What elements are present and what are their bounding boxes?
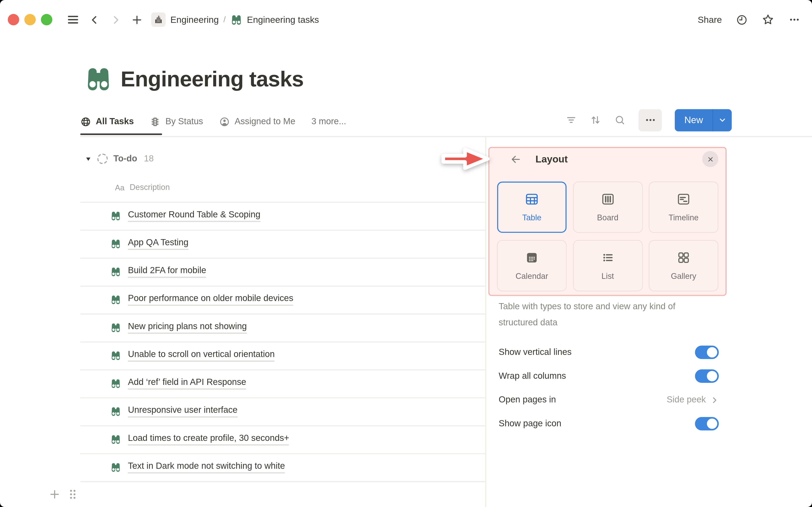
view-tabs: All Tasks By Status Assigned to Me 3 mor… xyxy=(80,110,346,133)
list-layout-icon xyxy=(601,250,615,265)
back-arrow-icon[interactable] xyxy=(510,153,521,165)
row-binoculars-icon xyxy=(110,210,121,221)
table-row[interactable]: Poor performance on older mobile devices xyxy=(110,286,293,314)
new-button-label[interactable]: New xyxy=(675,109,712,131)
table-layout-icon xyxy=(525,192,539,207)
wrap-all-columns-toggle[interactable] xyxy=(695,370,719,383)
filter-icon[interactable] xyxy=(566,114,577,126)
page-binoculars-icon[interactable] xyxy=(84,65,112,93)
new-button[interactable]: New xyxy=(675,109,732,131)
task-title[interactable]: New pricing plans not showing xyxy=(128,321,247,334)
gallery-layout-icon xyxy=(676,250,691,265)
layout-option-timeline[interactable]: Timeline xyxy=(649,182,718,233)
new-dropdown-chevron-icon[interactable] xyxy=(713,109,732,131)
toggle-knob xyxy=(707,371,717,381)
layout-option-board[interactable]: Board xyxy=(573,182,643,233)
zoom-window-button[interactable] xyxy=(41,14,52,25)
table-row[interactable]: Build 2FA for mobile xyxy=(110,258,206,286)
table-row[interactable]: Add ‘ref’ field in API Response xyxy=(110,370,246,397)
search-icon[interactable] xyxy=(614,114,626,126)
breadcrumb: Engineering / Engineering tasks xyxy=(151,12,319,27)
tab-label: Assigned to Me xyxy=(235,116,295,127)
board-layout-icon xyxy=(601,192,615,207)
notion-window: Engineering / Engineering tasks Share En… xyxy=(0,0,812,507)
table-row[interactable]: App QA Testing xyxy=(110,230,189,258)
person-icon xyxy=(219,116,230,127)
topbar-right: Share xyxy=(698,8,801,31)
app-window-stage: Engineering / Engineering tasks Share En… xyxy=(0,0,812,507)
task-title[interactable]: App QA Testing xyxy=(128,237,189,250)
panel-separator-line xyxy=(485,137,486,507)
close-icon[interactable] xyxy=(702,151,718,167)
new-page-icon[interactable] xyxy=(131,14,143,25)
sidebar-menu-icon[interactable] xyxy=(67,13,79,26)
table-row[interactable]: Text in Dark mode not switching to white xyxy=(110,453,285,481)
tab-more-views[interactable]: 3 more... xyxy=(311,116,346,127)
row-binoculars-icon xyxy=(110,406,121,416)
task-title[interactable]: Unable to scroll on vertical orientation xyxy=(128,349,275,362)
group-name[interactable]: To-do xyxy=(113,154,137,164)
breadcrumb-workspace[interactable]: Engineering xyxy=(170,14,219,25)
workspace-icon[interactable] xyxy=(151,12,166,27)
group-header: To-do 18 xyxy=(85,151,154,167)
setting-label: Wrap all columns xyxy=(499,371,566,381)
row-binoculars-icon xyxy=(110,322,121,333)
drag-handle-icon[interactable] xyxy=(66,488,79,501)
breadcrumb-separator: / xyxy=(223,15,226,24)
table-row[interactable]: Customer Round Table & Scoping xyxy=(110,202,260,230)
table-row[interactable]: Unable to scroll on vertical orientation xyxy=(110,341,275,369)
row-binoculars-icon xyxy=(110,378,121,389)
open-pages-in-value[interactable]: Side peek xyxy=(667,395,719,405)
column-label: Description xyxy=(130,182,170,192)
layout-option-table[interactable]: Table xyxy=(497,182,566,233)
page-title[interactable]: Engineering tasks xyxy=(121,67,304,92)
table-row[interactable]: Load times to create profile, 30 seconds… xyxy=(110,425,289,453)
back-icon[interactable] xyxy=(89,14,100,25)
row-binoculars-icon xyxy=(110,294,121,305)
close-window-button[interactable] xyxy=(8,14,19,25)
show-vertical-lines-toggle[interactable] xyxy=(695,346,719,359)
share-button[interactable]: Share xyxy=(698,14,722,25)
add-row-plus-icon[interactable] xyxy=(49,489,60,500)
tab-assigned-to-me[interactable]: Assigned to Me xyxy=(219,116,295,127)
view-options-button[interactable] xyxy=(639,109,662,131)
table-row[interactable]: New pricing plans not showing xyxy=(110,314,247,341)
task-title[interactable]: Text in Dark mode not switching to white xyxy=(128,461,285,473)
timeline-layout-icon xyxy=(676,192,691,207)
task-title[interactable]: Add ‘ref’ field in API Response xyxy=(128,377,246,390)
layout-option-label: Table xyxy=(522,213,542,222)
tab-by-status[interactable]: By Status xyxy=(150,116,203,127)
text-type-icon: Aa xyxy=(115,183,124,192)
row-binoculars-icon xyxy=(110,266,121,277)
tab-all-tasks[interactable]: All Tasks xyxy=(80,116,134,127)
red-annotation-arrow xyxy=(440,146,492,172)
task-title[interactable]: Customer Round Table & Scoping xyxy=(128,210,260,222)
layout-option-list[interactable]: List xyxy=(573,240,643,291)
view-toolbar: New xyxy=(566,109,732,131)
layout-option-gallery[interactable]: Gallery xyxy=(649,240,718,291)
row-binoculars-icon xyxy=(110,462,121,472)
show-page-icon-toggle[interactable] xyxy=(695,417,719,431)
favorite-star-icon[interactable] xyxy=(762,13,774,26)
collapse-caret-icon[interactable] xyxy=(85,156,92,162)
minimize-window-button[interactable] xyxy=(24,14,36,25)
setting-open-pages-in[interactable]: Open pages in Side peek xyxy=(499,391,719,408)
task-title[interactable]: Unresponsive user interface xyxy=(128,405,238,418)
setting-label: Open pages in xyxy=(499,395,556,405)
forward-icon[interactable] xyxy=(110,14,121,25)
more-options-icon[interactable] xyxy=(788,13,801,26)
task-title[interactable]: Load times to create profile, 30 seconds… xyxy=(128,433,289,446)
updates-clock-icon[interactable] xyxy=(736,14,748,25)
layout-option-calendar[interactable]: Calendar xyxy=(497,240,566,291)
setting-show-vertical-lines: Show vertical lines xyxy=(499,343,719,361)
sort-icon[interactable] xyxy=(590,114,602,126)
column-header-description[interactable]: Aa Description xyxy=(115,180,170,194)
task-title[interactable]: Poor performance on older mobile devices xyxy=(128,293,293,306)
tab-label: By Status xyxy=(165,116,203,127)
table-row[interactable]: Unresponsive user interface xyxy=(110,397,238,425)
task-title[interactable]: Build 2FA for mobile xyxy=(128,265,206,278)
setting-wrap-all-columns: Wrap all columns xyxy=(499,368,719,385)
setting-label: Show vertical lines xyxy=(499,347,571,357)
breadcrumb-page[interactable]: Engineering tasks xyxy=(247,14,319,25)
toggle-knob xyxy=(707,347,717,357)
